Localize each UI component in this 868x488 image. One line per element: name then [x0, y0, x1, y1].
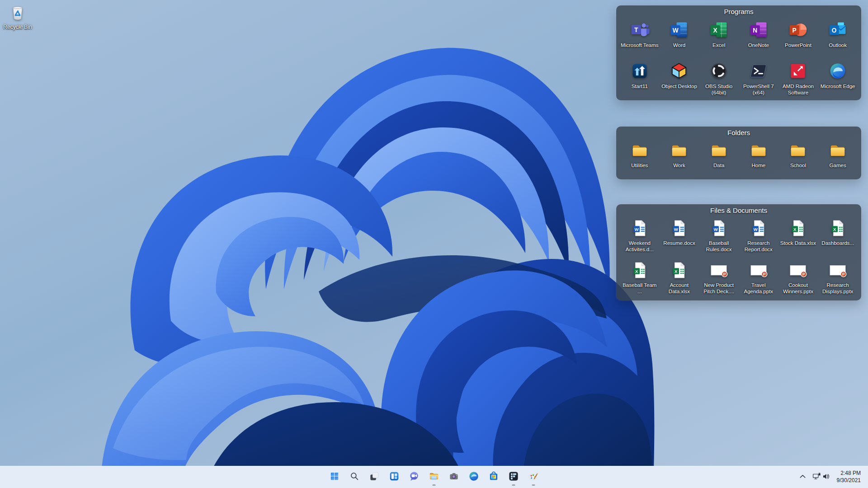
taskbar: 2:48 PM 9/30/2021: [0, 466, 868, 488]
fence-body-programs: T Microsoft Teams W Word X Excel N OneNo…: [616, 18, 861, 102]
fence-item-travel-agenda-pptx[interactable]: P Travel Agenda.pptx: [739, 259, 778, 301]
taskbar-button-start[interactable]: [325, 467, 344, 487]
start-icon: [329, 470, 340, 482]
ppt-slide-icon: P: [828, 261, 848, 280]
svg-text:X: X: [713, 27, 718, 34]
fence-item-start11[interactable]: Start11: [620, 59, 660, 100]
taskbar-button-task-view[interactable]: [364, 467, 384, 487]
amd-radeon-icon: [788, 61, 808, 83]
fence-item-research-displays-pptx[interactable]: P Research Displays.pptx: [818, 259, 858, 301]
folder-icon: [629, 141, 650, 160]
clock-time: 2:48 PM: [840, 470, 861, 477]
recycle-bin[interactable]: Recycle Bin: [2, 3, 33, 30]
fence-item-outlook[interactable]: O Outlook: [818, 18, 858, 59]
folder-icon: [827, 141, 848, 160]
recycle-bin-icon: [8, 3, 27, 23]
taskbar-button-microsoft-store[interactable]: [484, 467, 504, 487]
taskbar-button-edge-browser[interactable]: [464, 467, 484, 487]
fence-item-baseball-team[interactable]: X Baseball Team ...: [620, 259, 660, 301]
fence-item-label: Baseball Team ...: [621, 282, 659, 295]
svg-text:X: X: [793, 227, 797, 232]
fence-item-utilities[interactable]: Utilities: [620, 139, 660, 169]
excel-doc-icon: X: [788, 219, 808, 239]
fence-item-school[interactable]: School: [778, 139, 818, 169]
fence-item-label: Baseball Rules.docx: [700, 240, 738, 253]
fence-item-label: Microsoft Teams: [621, 42, 659, 49]
fence-item-baseball-rules-docx[interactable]: W Baseball Rules.docx: [699, 217, 739, 259]
svg-text:P: P: [842, 272, 845, 277]
fence-item-label: Utilities: [631, 163, 648, 169]
taskbar-button-fences[interactable]: [504, 467, 524, 487]
fence-item-object-desktop[interactable]: Object Desktop: [660, 59, 699, 100]
edge-icon: [468, 470, 480, 482]
taskbar-button-widgets[interactable]: [384, 467, 404, 487]
svg-text:W: W: [673, 27, 679, 34]
taskbar-clock[interactable]: 2:48 PM 9/30/2021: [833, 468, 866, 486]
fence-item-home[interactable]: Home: [739, 139, 778, 169]
powerpoint-app-icon: P: [788, 20, 808, 40]
fence-item-onenote[interactable]: N OneNote: [739, 18, 778, 59]
tray-network-volume-button[interactable]: [810, 468, 833, 486]
chevron-up-icon: [798, 472, 807, 483]
fence-item-label: New Product Pitch Deck....: [700, 282, 738, 295]
running-indicator: [512, 484, 515, 486]
fence-item-label: Resume.docx: [663, 240, 695, 247]
taskbar-button-chat[interactable]: [404, 467, 424, 487]
taskbar-button-search[interactable]: [344, 467, 364, 487]
fence-item-excel[interactable]: X Excel: [699, 18, 739, 59]
fence-title-folders[interactable]: Folders: [616, 127, 861, 139]
running-indicator: [532, 484, 535, 486]
fence-title-programs[interactable]: Programs: [616, 5, 861, 18]
svg-text:W: W: [714, 227, 718, 232]
fence-item-resume-docx[interactable]: W Resume.docx: [660, 217, 699, 259]
fence-item-account-data-xlsx[interactable]: X Account Data.xlsx: [660, 259, 699, 301]
svg-text:W: W: [634, 227, 639, 232]
object-desktop-icon: [669, 61, 689, 81]
edge-icon: [828, 61, 848, 81]
store-icon: [488, 470, 500, 484]
word-doc-icon: W: [749, 219, 769, 238]
fence-item-data[interactable]: Data: [699, 139, 739, 169]
fence-item-dashboards[interactable]: X Dashboards...: [818, 217, 858, 259]
fence-item-label: Cookout Winners.pptx: [779, 282, 817, 295]
fence-item-work[interactable]: Work: [660, 139, 699, 169]
obs-studio-icon: [709, 61, 729, 81]
folder-icon: [708, 141, 729, 162]
excel-doc-icon: X: [788, 219, 808, 238]
outlook-app-icon: O: [828, 20, 848, 42]
fence-panel-files: Files & Documents W Weekend Activites.d.…: [616, 204, 861, 300]
start11-icon: [630, 61, 650, 81]
fence-item-microsoft-teams[interactable]: T Microsoft Teams: [620, 18, 660, 59]
taskbar-button-camera[interactable]: [444, 467, 464, 487]
recycle-bin-label: Recycle Bin: [3, 24, 32, 30]
object-desktop-icon: [669, 61, 689, 83]
taskbar-button-paint-palette[interactable]: [524, 467, 543, 487]
powerpoint-app-icon: P: [788, 20, 808, 42]
folder-icon: [827, 141, 848, 162]
fence-item-microsoft-edge[interactable]: Microsoft Edge: [818, 59, 858, 100]
fence-item-games[interactable]: Games: [818, 139, 858, 169]
store-icon: [488, 470, 500, 482]
running-indicator: [433, 484, 436, 486]
fence-item-word[interactable]: W Word: [660, 18, 699, 59]
fence-item-label: OneNote: [748, 42, 769, 49]
fence-item-stock-data-xlsx[interactable]: X Stock Data.xlsx: [778, 217, 818, 259]
ppt-slide-icon: P: [709, 261, 729, 282]
fence-item-powershell-7-x64[interactable]: PowerShell 7 (x64): [739, 59, 778, 100]
fence-item-new-product-pitch-deck[interactable]: P New Product Pitch Deck....: [699, 259, 739, 301]
folder-icon: [708, 141, 729, 160]
fence-item-label: Home: [751, 163, 765, 169]
fence-item-amd-radeon-software[interactable]: AMD Radeon Software: [778, 59, 818, 100]
taskbar-button-file-explorer[interactable]: [424, 467, 444, 487]
fence-item-powerpoint[interactable]: P PowerPoint: [778, 18, 818, 59]
fence-item-research-report-docx[interactable]: W Research Report.docx: [739, 217, 778, 259]
tray-hidden-icons-button[interactable]: [796, 468, 810, 486]
fence-body-folders: Utilities Work Data Home School Games: [616, 139, 861, 171]
chat-icon: [408, 470, 420, 484]
fence-title-files[interactable]: Files & Documents: [616, 204, 861, 216]
fence-item-cookout-winners-pptx[interactable]: P Cookout Winners.pptx: [778, 259, 818, 301]
fence-item-weekend-activites-d[interactable]: W Weekend Activites.d...: [620, 217, 660, 259]
svg-text:P: P: [763, 272, 766, 277]
excel-doc-icon: X: [828, 219, 848, 238]
fence-item-obs-studio-64bit[interactable]: OBS Studio (64bit): [699, 59, 739, 100]
